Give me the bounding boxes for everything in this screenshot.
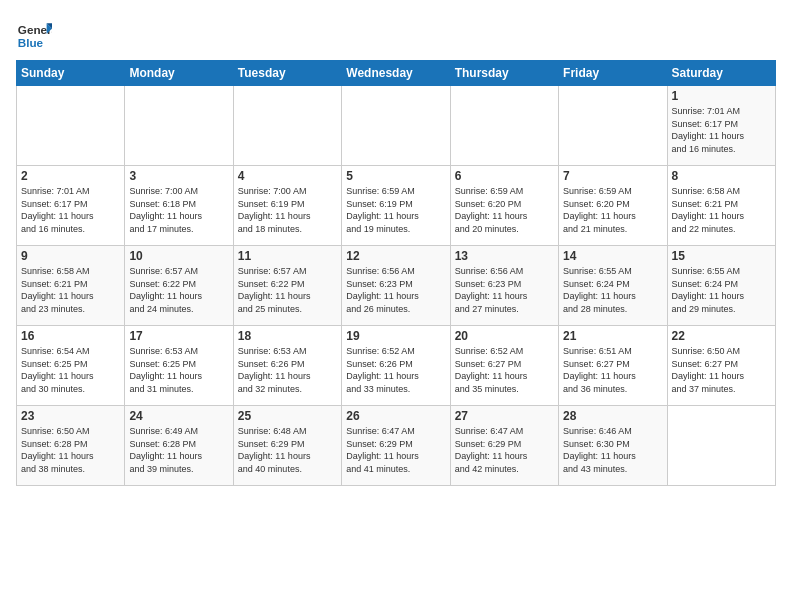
day-number: 4 [238, 169, 337, 183]
day-info: Sunrise: 6:56 AM Sunset: 6:23 PM Dayligh… [455, 265, 554, 315]
day-number: 18 [238, 329, 337, 343]
calendar-cell: 21Sunrise: 6:51 AM Sunset: 6:27 PM Dayli… [559, 326, 667, 406]
day-number: 21 [563, 329, 662, 343]
calendar-cell: 11Sunrise: 6:57 AM Sunset: 6:22 PM Dayli… [233, 246, 341, 326]
week-row-5: 23Sunrise: 6:50 AM Sunset: 6:28 PM Dayli… [17, 406, 776, 486]
calendar-cell: 13Sunrise: 6:56 AM Sunset: 6:23 PM Dayli… [450, 246, 558, 326]
day-number: 24 [129, 409, 228, 423]
day-number: 6 [455, 169, 554, 183]
page-header: General Blue [16, 16, 776, 52]
calendar-cell: 5Sunrise: 6:59 AM Sunset: 6:19 PM Daylig… [342, 166, 450, 246]
day-number: 2 [21, 169, 120, 183]
calendar-cell: 20Sunrise: 6:52 AM Sunset: 6:27 PM Dayli… [450, 326, 558, 406]
calendar-cell: 4Sunrise: 7:00 AM Sunset: 6:19 PM Daylig… [233, 166, 341, 246]
calendar-cell [17, 86, 125, 166]
calendar-cell: 3Sunrise: 7:00 AM Sunset: 6:18 PM Daylig… [125, 166, 233, 246]
day-number: 25 [238, 409, 337, 423]
day-info: Sunrise: 6:46 AM Sunset: 6:30 PM Dayligh… [563, 425, 662, 475]
calendar-cell: 24Sunrise: 6:49 AM Sunset: 6:28 PM Dayli… [125, 406, 233, 486]
calendar-cell: 14Sunrise: 6:55 AM Sunset: 6:24 PM Dayli… [559, 246, 667, 326]
day-info: Sunrise: 6:54 AM Sunset: 6:25 PM Dayligh… [21, 345, 120, 395]
day-number: 14 [563, 249, 662, 263]
day-info: Sunrise: 6:50 AM Sunset: 6:28 PM Dayligh… [21, 425, 120, 475]
day-info: Sunrise: 7:00 AM Sunset: 6:18 PM Dayligh… [129, 185, 228, 235]
week-row-2: 2Sunrise: 7:01 AM Sunset: 6:17 PM Daylig… [17, 166, 776, 246]
calendar-cell: 2Sunrise: 7:01 AM Sunset: 6:17 PM Daylig… [17, 166, 125, 246]
day-number: 26 [346, 409, 445, 423]
calendar-cell: 27Sunrise: 6:47 AM Sunset: 6:29 PM Dayli… [450, 406, 558, 486]
day-info: Sunrise: 6:47 AM Sunset: 6:29 PM Dayligh… [346, 425, 445, 475]
calendar-cell: 9Sunrise: 6:58 AM Sunset: 6:21 PM Daylig… [17, 246, 125, 326]
day-info: Sunrise: 6:57 AM Sunset: 6:22 PM Dayligh… [238, 265, 337, 315]
header-row: SundayMondayTuesdayWednesdayThursdayFrid… [17, 61, 776, 86]
day-number: 28 [563, 409, 662, 423]
calendar-cell [667, 406, 775, 486]
calendar-table: SundayMondayTuesdayWednesdayThursdayFrid… [16, 60, 776, 486]
week-row-1: 1Sunrise: 7:01 AM Sunset: 6:17 PM Daylig… [17, 86, 776, 166]
calendar-cell: 10Sunrise: 6:57 AM Sunset: 6:22 PM Dayli… [125, 246, 233, 326]
day-header-tuesday: Tuesday [233, 61, 341, 86]
calendar-cell: 16Sunrise: 6:54 AM Sunset: 6:25 PM Dayli… [17, 326, 125, 406]
calendar-cell: 23Sunrise: 6:50 AM Sunset: 6:28 PM Dayli… [17, 406, 125, 486]
day-number: 10 [129, 249, 228, 263]
calendar-cell [125, 86, 233, 166]
day-info: Sunrise: 6:56 AM Sunset: 6:23 PM Dayligh… [346, 265, 445, 315]
day-number: 3 [129, 169, 228, 183]
day-number: 11 [238, 249, 337, 263]
calendar-cell: 6Sunrise: 6:59 AM Sunset: 6:20 PM Daylig… [450, 166, 558, 246]
day-info: Sunrise: 6:59 AM Sunset: 6:20 PM Dayligh… [563, 185, 662, 235]
calendar-cell: 18Sunrise: 6:53 AM Sunset: 6:26 PM Dayli… [233, 326, 341, 406]
day-info: Sunrise: 6:48 AM Sunset: 6:29 PM Dayligh… [238, 425, 337, 475]
day-info: Sunrise: 7:01 AM Sunset: 6:17 PM Dayligh… [672, 105, 771, 155]
calendar-cell: 8Sunrise: 6:58 AM Sunset: 6:21 PM Daylig… [667, 166, 775, 246]
day-info: Sunrise: 6:58 AM Sunset: 6:21 PM Dayligh… [672, 185, 771, 235]
calendar-cell: 17Sunrise: 6:53 AM Sunset: 6:25 PM Dayli… [125, 326, 233, 406]
week-row-3: 9Sunrise: 6:58 AM Sunset: 6:21 PM Daylig… [17, 246, 776, 326]
calendar-cell: 19Sunrise: 6:52 AM Sunset: 6:26 PM Dayli… [342, 326, 450, 406]
day-info: Sunrise: 6:51 AM Sunset: 6:27 PM Dayligh… [563, 345, 662, 395]
day-info: Sunrise: 6:53 AM Sunset: 6:26 PM Dayligh… [238, 345, 337, 395]
calendar-cell [233, 86, 341, 166]
day-number: 17 [129, 329, 228, 343]
day-number: 20 [455, 329, 554, 343]
day-info: Sunrise: 6:52 AM Sunset: 6:26 PM Dayligh… [346, 345, 445, 395]
day-header-saturday: Saturday [667, 61, 775, 86]
logo: General Blue [16, 16, 52, 52]
calendar-cell: 25Sunrise: 6:48 AM Sunset: 6:29 PM Dayli… [233, 406, 341, 486]
day-header-thursday: Thursday [450, 61, 558, 86]
day-number: 23 [21, 409, 120, 423]
day-info: Sunrise: 6:59 AM Sunset: 6:19 PM Dayligh… [346, 185, 445, 235]
day-number: 15 [672, 249, 771, 263]
day-number: 7 [563, 169, 662, 183]
day-number: 5 [346, 169, 445, 183]
day-info: Sunrise: 6:49 AM Sunset: 6:28 PM Dayligh… [129, 425, 228, 475]
logo-icon: General Blue [16, 16, 52, 52]
calendar-cell: 15Sunrise: 6:55 AM Sunset: 6:24 PM Dayli… [667, 246, 775, 326]
day-header-sunday: Sunday [17, 61, 125, 86]
day-info: Sunrise: 7:01 AM Sunset: 6:17 PM Dayligh… [21, 185, 120, 235]
day-info: Sunrise: 6:57 AM Sunset: 6:22 PM Dayligh… [129, 265, 228, 315]
day-number: 1 [672, 89, 771, 103]
day-number: 19 [346, 329, 445, 343]
calendar-cell: 7Sunrise: 6:59 AM Sunset: 6:20 PM Daylig… [559, 166, 667, 246]
day-info: Sunrise: 6:50 AM Sunset: 6:27 PM Dayligh… [672, 345, 771, 395]
day-info: Sunrise: 6:52 AM Sunset: 6:27 PM Dayligh… [455, 345, 554, 395]
week-row-4: 16Sunrise: 6:54 AM Sunset: 6:25 PM Dayli… [17, 326, 776, 406]
svg-text:Blue: Blue [18, 36, 44, 49]
calendar-cell: 28Sunrise: 6:46 AM Sunset: 6:30 PM Dayli… [559, 406, 667, 486]
day-header-monday: Monday [125, 61, 233, 86]
day-info: Sunrise: 6:55 AM Sunset: 6:24 PM Dayligh… [563, 265, 662, 315]
day-header-friday: Friday [559, 61, 667, 86]
calendar-cell: 22Sunrise: 6:50 AM Sunset: 6:27 PM Dayli… [667, 326, 775, 406]
calendar-cell [342, 86, 450, 166]
calendar-cell: 12Sunrise: 6:56 AM Sunset: 6:23 PM Dayli… [342, 246, 450, 326]
day-info: Sunrise: 6:59 AM Sunset: 6:20 PM Dayligh… [455, 185, 554, 235]
day-info: Sunrise: 6:58 AM Sunset: 6:21 PM Dayligh… [21, 265, 120, 315]
day-header-wednesday: Wednesday [342, 61, 450, 86]
day-number: 8 [672, 169, 771, 183]
calendar-cell [450, 86, 558, 166]
calendar-cell: 1Sunrise: 7:01 AM Sunset: 6:17 PM Daylig… [667, 86, 775, 166]
day-number: 27 [455, 409, 554, 423]
day-number: 16 [21, 329, 120, 343]
day-number: 22 [672, 329, 771, 343]
